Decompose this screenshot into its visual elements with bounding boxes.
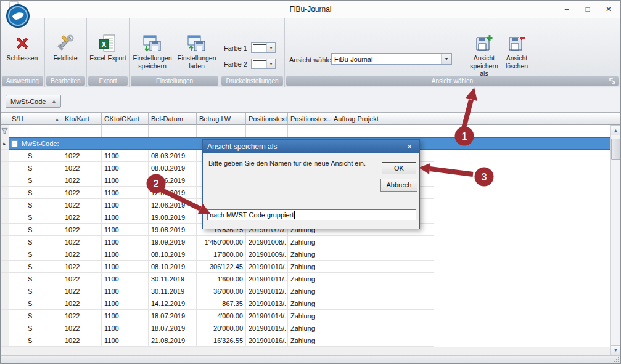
filter-cell[interactable] bbox=[246, 125, 288, 137]
view-name-input[interactable]: nach MWST-Code gruppiert bbox=[207, 209, 416, 220]
filter-cell[interactable] bbox=[197, 125, 246, 137]
cell-filler bbox=[434, 297, 611, 310]
cell-positionstext2: Zahlung bbox=[288, 310, 331, 322]
ansicht-loeschen-button[interactable]: Ansicht löschen bbox=[502, 34, 532, 70]
column-header-auftrag-projekt[interactable]: Auftrag Projekt bbox=[331, 113, 434, 125]
table-row[interactable]: S 1022 1100 14.12.2019 867.35 201901013/… bbox=[1, 297, 611, 310]
cell-gkto-gkart: 1100 bbox=[102, 273, 149, 285]
scroll-down-icon[interactable]: ▼ bbox=[611, 345, 621, 355]
group-by-chip-mwst-code[interactable]: MwSt-Code ▲ bbox=[6, 95, 61, 108]
table-row[interactable]: S 1022 1100 30.11.2019 1'600.00 20190101… bbox=[1, 273, 611, 285]
cell-betrag-lw: 1'600.00 bbox=[197, 273, 246, 285]
maximize-button[interactable]: □ bbox=[577, 1, 598, 18]
filter-cell[interactable] bbox=[331, 125, 434, 137]
cell-sh: S bbox=[9, 162, 62, 174]
column-header-positionstext[interactable]: Positionstext bbox=[246, 113, 288, 125]
vertical-scrollbar[interactable]: ▲ ▼ bbox=[610, 125, 620, 355]
filter-cell[interactable] bbox=[102, 125, 149, 137]
column-header-label: Bel-Datum bbox=[151, 115, 183, 123]
einstellungen-laden-button[interactable]: Einstellungen laden bbox=[175, 34, 218, 70]
cell-auftrag-projekt bbox=[331, 322, 434, 334]
column-header-positionstext2[interactable]: Positionstex... bbox=[288, 113, 331, 125]
ansicht-waehlen-label: Ansicht wählen bbox=[289, 56, 335, 63]
table-row[interactable]: S 1022 1100 18.07.2019 20'000.00 2019010… bbox=[1, 322, 611, 334]
cell-filler bbox=[434, 162, 611, 174]
row-indicator bbox=[1, 211, 9, 224]
table-row[interactable]: S 1022 1100 30.11.2019 36'000.00 2019010… bbox=[1, 285, 611, 297]
schliessen-button[interactable]: Schliessen bbox=[3, 34, 41, 62]
dialog-launcher-icon[interactable] bbox=[609, 78, 616, 84]
feldliste-label: Feldliste bbox=[53, 54, 77, 62]
table-row[interactable]: S 1022 1100 08.10.2019 306'122.45 201901… bbox=[1, 261, 611, 273]
dropdown-arrow-icon[interactable]: ▾ bbox=[266, 59, 275, 68]
farbe2-swatch bbox=[253, 60, 266, 67]
group-band-auswertung: Auswertung bbox=[2, 76, 43, 86]
table-row[interactable]: S 1022 1100 21.08.2019 16'326.55 2019010… bbox=[1, 334, 611, 347]
cell-positionstext2: Zahlung bbox=[288, 297, 331, 310]
row-indicator bbox=[1, 334, 9, 347]
row-indicator bbox=[1, 310, 9, 322]
ribbon-group-druckeinstellungen: Farbe 1 ▾ Farbe 2 ▾ Druckeinstellungen bbox=[220, 18, 285, 87]
ansicht-combobox-value: FiBu-Journal bbox=[332, 55, 441, 63]
cell-sh: S bbox=[9, 297, 62, 310]
cell-positionstext2: Zahlung bbox=[288, 334, 331, 347]
column-header-kto-kart[interactable]: Kto/Kart bbox=[62, 113, 102, 125]
cell-kto-kart: 1022 bbox=[62, 310, 102, 322]
ansicht-combobox[interactable]: FiBu-Journal ▾ bbox=[331, 53, 452, 65]
group-by-panel: MwSt-Code ▲ bbox=[1, 88, 620, 113]
excel-icon: X bbox=[99, 34, 117, 52]
dialog-message: Bitte geben Sie den Namen für die neue A… bbox=[208, 159, 376, 168]
ansicht-speichern-als-label: Ansicht speichern als bbox=[466, 54, 502, 78]
cell-positionstext: 201901009/... bbox=[246, 248, 288, 261]
column-header-bel-datum[interactable]: Bel-Datum bbox=[149, 113, 197, 125]
table-row[interactable]: S 1022 1100 19.09.2019 1'450'000.00 2019… bbox=[1, 236, 611, 248]
resize-grip-icon[interactable] bbox=[613, 356, 620, 363]
minimize-button[interactable]: – bbox=[556, 1, 577, 18]
ribbon-group-export: X Excel-Export Export bbox=[87, 18, 130, 87]
excel-export-button[interactable]: X Excel-Export bbox=[88, 34, 128, 62]
ok-button[interactable]: OK bbox=[382, 162, 416, 174]
cell-sh: S bbox=[9, 150, 62, 162]
farbe1-color-picker[interactable]: ▾ bbox=[251, 42, 276, 53]
dialog-title-bar[interactable]: Ansicht speichern als ✕ bbox=[203, 140, 419, 153]
cell-kto-kart: 1022 bbox=[62, 322, 102, 334]
dropdown-arrow-icon[interactable]: ▾ bbox=[441, 54, 451, 64]
farbe2-color-picker[interactable]: ▾ bbox=[251, 59, 276, 69]
filter-cell[interactable] bbox=[288, 125, 331, 137]
scroll-up-icon[interactable]: ▲ bbox=[611, 125, 621, 135]
feldliste-button[interactable]: Feldliste bbox=[46, 34, 84, 62]
group-band-druckeinstellungen: Druckeinstellungen bbox=[221, 76, 283, 86]
cell-gkto-gkart: 1100 bbox=[102, 322, 149, 334]
close-button[interactable]: ✕ bbox=[598, 1, 619, 18]
filter-cell[interactable] bbox=[9, 125, 62, 137]
cell-filler bbox=[434, 211, 611, 224]
filter-cell[interactable] bbox=[62, 125, 102, 137]
column-header-betrag-lw[interactable]: Betrag LW bbox=[197, 113, 246, 125]
table-row[interactable]: S 1022 1100 18.07.2019 4'000.00 20190101… bbox=[1, 310, 611, 322]
schliessen-label: Schliessen bbox=[7, 54, 38, 62]
cell-positionstext: 201901010/... bbox=[246, 261, 288, 273]
cell-sh: S bbox=[9, 334, 62, 347]
column-header-sh[interactable]: S/H ▲ bbox=[9, 113, 62, 125]
cell-bel-datum: 18.07.2019 bbox=[149, 310, 197, 322]
cell-filler bbox=[434, 174, 611, 187]
cell-kto-kart: 1022 bbox=[62, 248, 102, 261]
dialog-close-icon[interactable]: ✕ bbox=[404, 143, 415, 151]
ansicht-speichern-als-button[interactable]: Ansicht speichern als bbox=[466, 34, 502, 78]
cell-sh: S bbox=[9, 248, 62, 261]
cancel-button[interactable]: Abbrech bbox=[380, 179, 417, 192]
cell-kto-kart: 1022 bbox=[62, 285, 102, 297]
column-header-gkto-gkart[interactable]: GKto/GKart bbox=[102, 113, 149, 125]
table-row[interactable]: S 1022 1100 08.10.2019 17'800.00 2019010… bbox=[1, 248, 611, 261]
einstellungen-speichern-label: Einstellungen speichern bbox=[131, 54, 174, 70]
column-header-label: S/H bbox=[12, 115, 23, 123]
collapse-group-icon[interactable]: − bbox=[11, 140, 18, 147]
cell-gkto-gkart: 1100 bbox=[102, 211, 149, 224]
cell-positionstext: 201901015/... bbox=[246, 322, 288, 334]
einstellungen-speichern-button[interactable]: Einstellungen speichern bbox=[131, 34, 174, 70]
cell-bel-datum: 12.06.2019 bbox=[149, 174, 197, 187]
dropdown-arrow-icon[interactable]: ▾ bbox=[266, 43, 275, 52]
scrollbar-thumb[interactable] bbox=[611, 139, 620, 160]
cell-kto-kart: 1022 bbox=[62, 297, 102, 310]
filter-cell[interactable] bbox=[149, 125, 197, 137]
